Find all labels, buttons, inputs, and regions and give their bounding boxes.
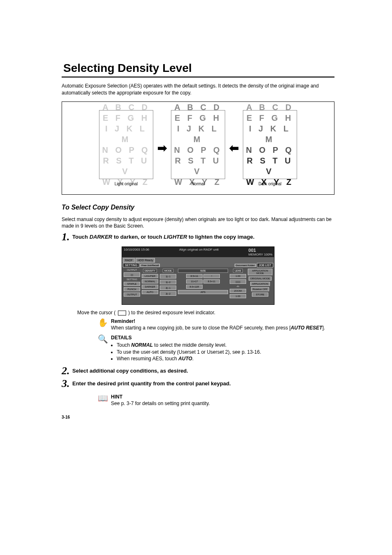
reminder-title: Reminder! <box>111 318 135 324</box>
btn-staple[interactable]: STAPLE <box>124 282 140 286</box>
btn-app-mode[interactable]: APPLICATION MODE <box>248 269 272 275</box>
step-text-part: to darken, or touch <box>112 234 164 240</box>
btn-auto[interactable]: AUTO <box>142 290 158 294</box>
btn-mode-2-1[interactable]: 2▷1 <box>160 286 176 290</box>
lcd-datetime: 10/10/2003 15:06 <box>124 248 149 256</box>
sample-dark: A B C D E F G H I J K L M N O P Q R S T … <box>243 110 297 186</box>
letters-row: A B C D <box>102 102 150 113</box>
cursor-instruction: Move the cursor ( ) to the desired expos… <box>77 310 334 315</box>
step-2: 2. Select additional copy conditions, as… <box>62 365 334 377</box>
letters-row: I J K L M <box>171 123 225 145</box>
btn-size-4[interactable]: 8.5×11 <box>203 279 220 283</box>
hint-text: See p. 3-7 for details on setting print … <box>111 401 210 406</box>
details-title: DETAILS <box>111 335 131 341</box>
lcd-screenshot: 10/10/2003 15:06 Align original on RADF … <box>122 246 274 305</box>
subheading-body: Select manual copy density to adjust exp… <box>62 216 334 230</box>
intro-paragraph: Automatic Exposure Selection (AES) opera… <box>62 83 334 97</box>
letters-row: I J K L M <box>99 123 153 145</box>
btn-darker[interactable]: DARKER <box>142 285 158 289</box>
letters-row: R S T U V <box>99 155 153 177</box>
lcd-count: 001 <box>249 248 256 253</box>
subheading: To Select Copy Density <box>62 204 334 211</box>
lens-value-2: 1.00 <box>230 294 246 298</box>
reminder-text-post: ]. <box>322 325 325 331</box>
sample-normal: A B C D E F G H I J K L M N O P Q R S T … <box>171 110 225 186</box>
cursor-icon <box>118 311 126 315</box>
hint-title: HINT <box>111 394 122 400</box>
reminder-icon: ✋ <box>98 317 108 328</box>
letters-row: N O P Q <box>246 145 294 155</box>
letters-row: A B C D <box>246 102 294 113</box>
reminder-text: When starting a new copying job, be sure… <box>111 325 291 331</box>
lcd-message: Align original on RADF unit <box>179 248 219 256</box>
letters-row: A B C D <box>174 102 222 113</box>
btn-rotation-off[interactable]: Rotation OFF <box>251 287 269 291</box>
btn-doc-folder[interactable]: Document Folder <box>235 264 256 267</box>
step-number: 3. <box>62 378 72 390</box>
keyword-auto-reset: AUTO RESET <box>291 325 322 331</box>
lens-value-1: 1.00 <box>230 274 246 278</box>
keyword-darker: DARKER <box>90 234 113 240</box>
magnifier-icon: 🔍 <box>98 334 108 345</box>
btn-size-excl[interactable]: ! <box>203 274 220 278</box>
letters-row: E F G H <box>175 113 221 123</box>
step-text: Select additional copy conditions, as de… <box>72 365 188 374</box>
lcd-memory: MEMORY 100% <box>249 253 272 256</box>
details-block: 🔍 DETAILS Touch NORMAL to select the mid… <box>111 334 334 362</box>
letters-row: E F G H <box>103 113 150 123</box>
output-sample: ▯▯ <box>124 272 140 277</box>
page-title: Selecting Density Level <box>62 62 334 75</box>
lens-hyphen: -A- <box>236 285 240 288</box>
btn-punch[interactable]: PUNCH <box>124 287 140 291</box>
arrow-right-icon: ➡ <box>157 141 167 155</box>
btn-output[interactable]: OUTPUT <box>124 292 140 297</box>
sample-light: A B C D E F G H I J K L M N O P Q R S T … <box>99 110 153 186</box>
tab-radf[interactable]: RADF <box>123 258 135 263</box>
step-text: Enter the desired print quantity from th… <box>72 378 231 387</box>
letters-row: N O P Q <box>102 145 150 155</box>
step-number: 2. <box>62 365 72 377</box>
header-density: DENSITY <box>143 269 157 273</box>
btn-size-1[interactable]: 8.5×11 <box>186 274 203 278</box>
density-diagram: A B C D E F G H I J K L M N O P Q R S T … <box>62 101 334 195</box>
btn-normal[interactable]: NORMAL <box>142 279 158 283</box>
details-bullet: Touch NORMAL to select the middle densit… <box>117 342 334 348</box>
keyword-lighter: LIGHTER <box>164 234 187 240</box>
letters-row: E F G H <box>247 113 293 123</box>
btn-mode-2-2[interactable]: 2▷2 <box>160 291 176 296</box>
step-number: 1. <box>62 231 72 243</box>
btn-lighter[interactable]: LIGHTER <box>142 274 158 278</box>
details-bullet: To use the user-set density (Userset 1 o… <box>117 349 334 355</box>
hint-block: 📖 HINT See p. 3-7 for details on setting… <box>111 394 334 407</box>
letters-row: R S T U V <box>243 155 297 177</box>
btn-application[interactable]: APPLICATION <box>250 282 270 286</box>
header-mode: MODE <box>163 269 173 273</box>
step-text-part: to lighten the copy image. <box>187 234 254 240</box>
step-1: 1. Touch DARKER to darken, or touch LIGH… <box>62 231 334 243</box>
label-setting: SETTING <box>127 278 137 281</box>
btn-zoom[interactable]: ZOOM <box>230 289 246 293</box>
btn-size-2[interactable]: 11×17 <box>186 279 203 283</box>
step-text-part: Touch <box>72 234 90 240</box>
arrow-left-icon: ⬅ <box>229 141 239 155</box>
header-size: SIZE <box>178 269 228 273</box>
btn-mode-1-1[interactable]: 1▷1 <box>160 274 176 279</box>
reminder-block: ✋ Reminder! When starting a new copying … <box>111 318 334 331</box>
tab-setting[interactable]: SETTING <box>123 263 139 267</box>
btn-orig-mode[interactable]: ORIGINAL MODE <box>249 276 272 281</box>
book-icon: 📖 <box>98 393 108 404</box>
letters-row: R S T U V <box>171 155 225 177</box>
btn-mode-1-2[interactable]: 1▷2 <box>160 280 176 284</box>
page-number: 3-16 <box>62 415 334 419</box>
btn-store[interactable]: STORE <box>252 292 268 297</box>
btn-aps[interactable]: APS <box>178 290 228 294</box>
btn-size-3[interactable]: 8.5×11R <box>186 285 203 289</box>
step-3: 3. Enter the desired print quantity from… <box>62 378 334 390</box>
letters-row: I J K L M <box>243 123 297 145</box>
btn-job-list[interactable]: JOB LIST <box>257 263 273 267</box>
lens-pages: ▯▯▯▯ <box>230 279 246 284</box>
title-underline <box>62 76 334 78</box>
btn-recall[interactable]: Free Job/Recall <box>140 264 160 267</box>
details-bullet: When resuming AES, touch AUTO. <box>117 355 334 362</box>
tab-hdd[interactable]: HDD Ready <box>136 258 155 263</box>
